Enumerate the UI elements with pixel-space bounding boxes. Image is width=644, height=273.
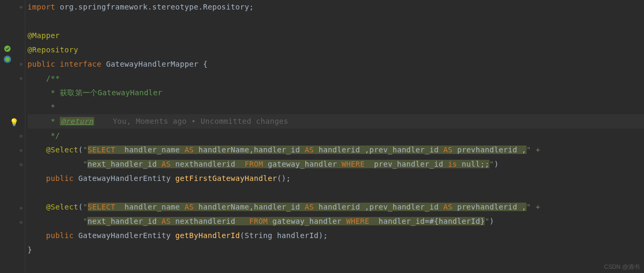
keyword-interface: interface [60,60,102,68]
code-line[interactable]: public GatewayHandlerEntity getByHandler… [28,229,644,243]
code-line[interactable]: * @return You, Moments ago • Uncommitted… [28,114,644,129]
paren-open: ( [78,203,83,211]
class-name: GatewayHandlerMapper [106,60,198,68]
string-quote: " [83,203,88,211]
svg-point-2 [5,57,10,61]
code-line[interactable]: } [28,243,644,257]
run-icon[interactable] [3,55,12,63]
keyword-public: public [46,174,74,183]
keyword-public: public [46,231,74,240]
code-line[interactable]: */ [28,129,644,143]
string-quote: " [489,160,494,168]
paren-close: ) [494,160,499,168]
javadoc-open: /** [46,74,60,83]
param-type: String [244,231,272,240]
keyword-public: public [28,60,55,68]
paren-open: ( [78,145,83,154]
method-close: ); [319,231,328,240]
string-end: " + [527,203,540,211]
open-brace: { [203,60,208,68]
paren-close: ) [489,217,494,225]
watermark: CSDN @酒书 [604,263,640,271]
code-line[interactable]: @Mapper [28,29,644,43]
code-line[interactable]: public interface GatewayHandlerMapper { [28,57,644,71]
javadoc-close: */ [46,131,60,140]
code-line[interactable]: @Select("SELECT handler_name AS handlerN… [28,200,644,214]
sql-highlight: SELECT handler_name AS handlerName,handl… [88,145,527,154]
javadoc-star: * [46,117,60,125]
code-line[interactable]: @Select("SELECT handler_name AS handlerN… [28,143,644,157]
sql-highlight: next_handler_id AS nexthandlerid FROM ga… [87,217,485,225]
fold-icon[interactable]: ⊟ [19,220,24,225]
fold-icon[interactable]: ⊟ [19,133,24,139]
code-line[interactable]: * [28,100,644,114]
code-line[interactable] [28,186,644,200]
code-line[interactable]: * 获取第一个GatewayHandler [28,86,644,100]
code-line[interactable]: @Repository [28,43,644,57]
fold-icon[interactable]: ⊟ [19,162,24,167]
gutter: ⊖ ⊖ ⊖ 💡 ⊟ ⊖ ⊟ ⊖ ⊟ [0,0,25,273]
annotation-repository: @Repository [28,46,78,54]
javadoc-line: * 获取第一个GatewayHandler [46,88,162,97]
bean-icon[interactable] [3,44,12,53]
code-line[interactable]: "next_handler_id AS nexthandlerid FROM g… [28,157,644,171]
method-name: getByHandlerId [175,231,240,240]
string-quote: " [485,217,489,225]
method-name: getFirstGatewayHandler [175,174,277,183]
javadoc-return-tag: @return [60,117,94,125]
code-line[interactable] [28,14,644,29]
fold-icon[interactable]: ⊖ [19,4,24,10]
annotation-mapper: @Mapper [28,31,60,40]
intention-bulb-icon[interactable]: 💡 [10,118,18,126]
keyword-import: import [28,3,55,11]
close-brace: } [28,245,32,254]
sql-highlight: SELECT handler_name AS handlerName,handl… [88,203,527,211]
return-type: GatewayHandlerEntity [78,231,171,240]
code-line[interactable]: "next_handler_id AS nexthandlerid FROM g… [28,214,644,229]
code-line[interactable]: public GatewayHandlerEntity getFirstGate… [28,171,644,186]
string-quote: " [83,145,88,154]
code-line[interactable]: /** [28,71,644,86]
fold-icon[interactable]: ⊖ [19,148,24,153]
fold-icon[interactable]: ⊖ [19,205,24,211]
semicolon: ; [249,3,254,11]
sql-highlight: next_handler_id AS nexthandlerid FROM ga… [87,160,489,168]
string-end: " + [527,145,540,154]
fold-icon[interactable]: ⊖ [19,76,24,81]
param-name: handlerId [277,231,319,240]
javadoc-star: * [46,103,55,111]
code-line[interactable]: import org.springframework.stereotype.Re… [28,0,644,14]
code-area[interactable]: import org.springframework.stereotype.Re… [25,0,644,273]
package-path: org.springframework.stereotype.Repositor… [55,3,249,11]
return-type: GatewayHandlerEntity [78,174,171,183]
annotation-select: @Select [46,203,78,211]
fold-icon[interactable]: ⊖ [19,61,24,67]
annotation-select: @Select [46,145,78,154]
git-annotation: You, Moments ago • Uncommitted changes [94,117,288,125]
code-editor: ⊖ ⊖ ⊖ 💡 ⊟ ⊖ ⊟ ⊖ ⊟ import org.springframe… [0,0,644,273]
method-parens: (); [277,174,291,183]
